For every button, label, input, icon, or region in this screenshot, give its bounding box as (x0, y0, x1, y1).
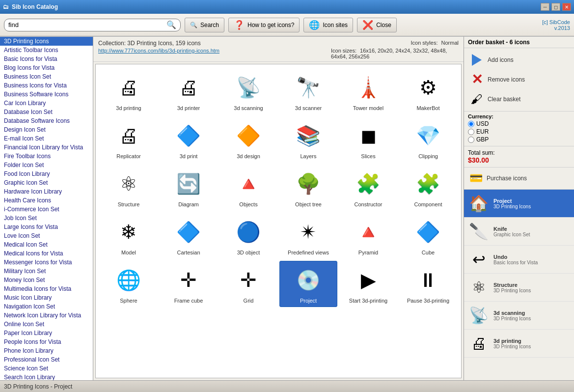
sidebar-item-13[interactable]: Fire Toolbar Icons (0, 152, 93, 161)
icon-item-16[interactable]: 🧩Constructor (339, 165, 397, 211)
basket-item-0[interactable]: 🏠Project3D Printing Icons (464, 190, 574, 218)
currency-usd[interactable]: USD (468, 120, 570, 127)
sidebar-item-3[interactable]: Blog Icons for Vista (0, 63, 93, 72)
icon-item-15[interactable]: 🌳Object tree (279, 165, 337, 211)
sidebar-item-36[interactable]: Professional Icon Set (0, 355, 93, 364)
sidebar-item-38[interactable]: Search Icon Library (0, 373, 93, 380)
icon-item-18[interactable]: ❄Model (100, 213, 158, 259)
currency-eur[interactable]: EUR (468, 128, 570, 135)
sidebar-item-31[interactable]: Network Icon Library for Vista (0, 311, 93, 320)
collection-url[interactable]: http://www.777icons.com/libs/3d-printing… (98, 48, 219, 59)
basket-item-2[interactable]: ↩UndoBasic Icons for Vista (464, 246, 574, 274)
sidebar-item-29[interactable]: Music Icon Library (0, 293, 93, 302)
sidebar-item-10[interactable]: Design Icon Set (0, 125, 93, 134)
sidebar-item-37[interactable]: Science Icon Set (0, 364, 93, 373)
icon-item-13[interactable]: 🔄Diagram (160, 165, 218, 211)
sidebar-item-4[interactable]: Business Icon Set (0, 72, 93, 81)
sidebar-item-18[interactable]: Health Care Icons (0, 196, 93, 205)
restore-button[interactable]: ◻ (551, 3, 560, 11)
icon-item-1[interactable]: 🖨3d printer (160, 68, 218, 114)
icon-item-3[interactable]: 🔭3d scanner (279, 68, 337, 114)
icon-item-4[interactable]: 🗼Tower model (339, 68, 397, 114)
icon-item-5[interactable]: ⚙MakerBot (399, 68, 457, 114)
icon-item-20[interactable]: 🔵3D object (219, 213, 277, 259)
sidebar-item-6[interactable]: Business Software Icons (0, 90, 93, 99)
sidebar-item-15[interactable]: Food Icon Library (0, 169, 93, 178)
icon-item-11[interactable]: 💎Clipping (399, 116, 457, 163)
icon-sites-button[interactable]: 🌐 Icon sites (303, 18, 353, 32)
icon-item-0[interactable]: 🖨3d printing (100, 68, 158, 114)
basket-item-5[interactable]: 🖨3d printing3D Printing Icons (464, 330, 574, 358)
clear-basket-button[interactable]: 🖌 Clear basket (468, 90, 570, 108)
basket-item-1[interactable]: 🔪KnifeGraphic Icon Set (464, 218, 574, 246)
sidebar-item-27[interactable]: Money Icon Set (0, 276, 93, 284)
sidebar-item-19[interactable]: i-Commerce Icon Set (0, 205, 93, 214)
sidebar-item-32[interactable]: Online Icon Set (0, 320, 93, 329)
icon-item-23[interactable]: 🔷Cube (399, 213, 457, 259)
search-button[interactable]: 🔍 Search (185, 18, 224, 32)
sidebar-item-17[interactable]: Hardware Icon Library (0, 187, 93, 196)
icon-item-10[interactable]: ◼Slices (339, 116, 397, 163)
sidebar-item-30[interactable]: Navigation Icon Set (0, 302, 93, 311)
icon-item-25[interactable]: ✛Frame cube (160, 261, 218, 307)
icon-item-2[interactable]: 📡3d scanning (219, 68, 277, 114)
sidebar-item-26[interactable]: Military Icon Set (0, 267, 93, 276)
sidebar-item-2[interactable]: Basic Icons for Vista (0, 55, 93, 63)
sidebar-item-28[interactable]: Multimedia Icons for Vista (0, 284, 93, 293)
sidebar-item-0[interactable]: 3D Printing Icons (0, 37, 93, 46)
icon-label-26: Grid (244, 298, 254, 304)
sidebar-item-1[interactable]: Artistic Toolbar Icons (0, 46, 93, 55)
howto-button[interactable]: ❓ How to get icons? (228, 18, 300, 32)
sizes-label: Icon sizes: (331, 48, 356, 54)
sidebar-item-12[interactable]: Financial Icon Library for Vista (0, 143, 93, 152)
sidebar-item-25[interactable]: Messenger Icons for Vista (0, 258, 93, 267)
sidebar-item-16[interactable]: Graphic Icon Set (0, 178, 93, 187)
sidebar-item-34[interactable]: People Icons for Vista (0, 337, 93, 346)
sidebar-item-22[interactable]: Love Icon Set (0, 231, 93, 240)
sidebar-item-5[interactable]: Business Icons for Vista (0, 81, 93, 90)
icon-item-26[interactable]: ✛Grid (219, 261, 277, 307)
icon-item-17[interactable]: 🧩Component (399, 165, 457, 211)
minimize-button[interactable]: ─ (541, 3, 549, 11)
close-window-button[interactable]: ✕ (562, 3, 571, 11)
icon-item-12[interactable]: ⚛Structure (100, 165, 158, 211)
remove-icons-button[interactable]: ✕ Remove icons (468, 71, 570, 88)
icon-item-28[interactable]: ▶Start 3d-printing (339, 261, 397, 307)
sidebar-item-21[interactable]: Large Icons for Vista (0, 223, 93, 231)
icon-item-14[interactable]: 🔺Objects (219, 165, 277, 211)
close-button[interactable]: ❌ Close (357, 18, 397, 32)
icon-image-11: 💎 (412, 120, 444, 151)
search-input[interactable] (8, 21, 166, 28)
sidebar-item-24[interactable]: Medical Icons for Vista (0, 249, 93, 258)
sidebar-item-33[interactable]: Paper Icon Library (0, 329, 93, 337)
icon-item-19[interactable]: 🔷Cartesian (160, 213, 218, 259)
icon-item-29[interactable]: ⏸Pause 3d-printing (399, 261, 457, 307)
currency-gbp[interactable]: GBP (468, 136, 570, 143)
basket-item-4[interactable]: 📡3d scanning3D Printing Icons (464, 302, 574, 330)
icon-item-21[interactable]: ✴Predefined views (279, 213, 337, 259)
basket-item-3[interactable]: ⚛Structure3D Printing Icons (464, 274, 574, 302)
basket-item-thumb-0: 🏠 (467, 192, 491, 215)
icon-item-9[interactable]: 📚Layers (279, 116, 337, 163)
sidebar-item-35[interactable]: Phone Icon Library (0, 346, 93, 355)
icon-image-24: 🌐 (113, 264, 144, 296)
sibcode-link[interactable]: [c] SibCode v.2013 (542, 19, 570, 31)
icon-item-7[interactable]: 🔷3d print (160, 116, 218, 163)
sidebar-item-23[interactable]: Medical Icon Set (0, 240, 93, 249)
add-icons-button[interactable]: Add icons (468, 51, 570, 69)
sidebar-item-7[interactable]: Car Icon Library (0, 99, 93, 108)
sidebar-item-9[interactable]: Database Software Icons (0, 116, 93, 125)
purchase-icons-button[interactable]: 💳 Purchase icons (464, 167, 574, 189)
sidebar-item-8[interactable]: Database Icon Set (0, 108, 93, 116)
icon-item-8[interactable]: 🔶3d design (219, 116, 277, 163)
sidebar-item-14[interactable]: Folder Icon Set (0, 161, 93, 169)
sidebar-item-20[interactable]: Job Icon Set (0, 214, 93, 223)
sidebar-item-11[interactable]: E-mail Icon Set (0, 134, 93, 143)
icons-grid-wrapper: 🖨3d printing🖨3d printer📡3d scanning🔭3d s… (95, 64, 462, 378)
icon-item-24[interactable]: 🌐Sphere (100, 261, 158, 307)
search-box: 🔍 (4, 19, 181, 31)
icon-item-6[interactable]: 🖨Replicator (100, 116, 158, 163)
icon-item-22[interactable]: 🔺Pyramid (339, 213, 397, 259)
icon-item-27[interactable]: 💿Project (279, 261, 337, 307)
basket-item-set-1: Graphic Icon Set (493, 232, 571, 237)
